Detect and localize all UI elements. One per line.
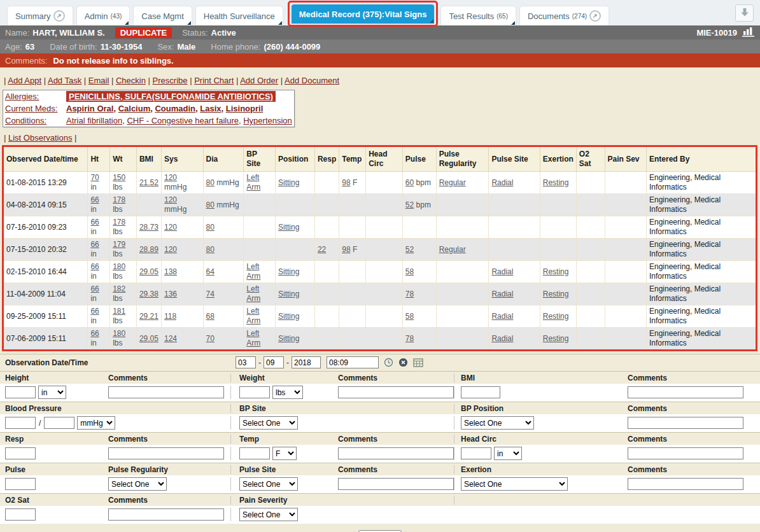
observation-value-link[interactable]: 80 bbox=[206, 245, 215, 254]
observation-value-link[interactable]: 66 bbox=[90, 307, 99, 316]
bp-comments-input[interactable] bbox=[628, 417, 743, 429]
observation-value-link[interactable]: Radial bbox=[491, 178, 513, 187]
observation-value-link[interactable]: 180 bbox=[113, 329, 125, 338]
tab-medical-record-375-vital-signs[interactable]: Medical Record (375):Vital Signs bbox=[292, 4, 435, 24]
popout-arrow-icon[interactable] bbox=[53, 10, 65, 22]
observation-value-link[interactable]: Radial bbox=[491, 290, 513, 298]
page-down-button[interactable] bbox=[735, 4, 754, 22]
duplicate-badge[interactable]: DUPLICATE bbox=[115, 27, 172, 38]
pulse-site-select[interactable]: Select One bbox=[239, 477, 298, 491]
resp-comments-input[interactable] bbox=[108, 447, 224, 459]
observation-value-link[interactable]: Resting bbox=[543, 334, 569, 343]
condition-link-chf-congestive-heart-failure[interactable]: CHF - Congestive heart failure bbox=[127, 116, 239, 125]
observation-value-link[interactable]: 68 bbox=[206, 312, 215, 321]
observation-value-link[interactable]: 64 bbox=[206, 267, 215, 276]
exertion-comments-input[interactable] bbox=[628, 478, 743, 490]
observation-value-link[interactable]: 98 bbox=[342, 178, 350, 187]
obs-year-input[interactable] bbox=[292, 356, 321, 368]
tab-admin[interactable]: Admin(43) bbox=[77, 6, 130, 25]
calendar-icon[interactable] bbox=[413, 358, 423, 367]
observation-value-link[interactable]: 80 bbox=[206, 178, 215, 187]
tab-health-surveillance[interactable]: Health Surveillance bbox=[196, 6, 283, 25]
observation-value-link[interactable]: 120 bbox=[164, 195, 177, 204]
observation-value-link[interactable]: 29.05 bbox=[139, 267, 158, 276]
action-link-print-chart[interactable]: Print Chart bbox=[194, 76, 234, 85]
head-circ-input[interactable] bbox=[461, 447, 491, 459]
allergies-value-link[interactable]: PENICILLINS, SULFA(SULFONAMIDE ANTIBIOTI… bbox=[66, 91, 276, 102]
observation-value-link[interactable]: 124 bbox=[164, 334, 177, 343]
observation-value-link[interactable]: 180 bbox=[113, 262, 125, 271]
conditions-label-link[interactable]: Conditions: bbox=[5, 115, 66, 126]
tab-case-mgmt[interactable]: Case Mgmt bbox=[134, 6, 191, 25]
tab-summary[interactable]: Summary bbox=[8, 6, 73, 25]
obs-day-input[interactable] bbox=[264, 356, 284, 368]
tab-test-results[interactable]: Test Results(65) bbox=[441, 6, 516, 25]
observation-value-link[interactable]: 66 bbox=[90, 195, 99, 204]
observation-value-link[interactable]: Left Arm bbox=[246, 173, 260, 192]
action-link-add-document[interactable]: Add Document bbox=[285, 76, 339, 85]
head-circ-comments-input[interactable] bbox=[628, 447, 743, 459]
observation-value-link[interactable]: 150 bbox=[113, 173, 125, 182]
height-comments-input[interactable] bbox=[108, 386, 224, 398]
head-circ-unit-select[interactable]: in bbox=[494, 447, 522, 460]
observation-value-link[interactable]: 29.05 bbox=[139, 334, 158, 343]
action-link-add-order[interactable]: Add Order bbox=[240, 76, 278, 85]
bp-systolic-input[interactable] bbox=[5, 417, 36, 429]
observation-value-link[interactable]: 52 bbox=[405, 245, 414, 254]
observation-value-link[interactable]: 28.73 bbox=[139, 223, 158, 232]
current-meds-label-link[interactable]: Current Meds: bbox=[5, 103, 66, 114]
observation-value-link[interactable]: 28.89 bbox=[139, 245, 158, 254]
bmi-comments-input[interactable] bbox=[628, 386, 743, 398]
flowsheet-chart-icon[interactable] bbox=[742, 26, 755, 39]
observation-value-link[interactable]: Sitting bbox=[278, 290, 299, 298]
observation-value-link[interactable]: 80 bbox=[206, 223, 215, 232]
observation-value-link[interactable]: 66 bbox=[90, 240, 99, 249]
observation-value-link[interactable]: Sitting bbox=[278, 223, 299, 232]
allergies-label-link[interactable]: Allergies: bbox=[5, 91, 66, 102]
bp-position-select[interactable]: Select One bbox=[461, 416, 534, 430]
temp-unit-select[interactable]: F bbox=[272, 447, 297, 460]
observation-value-link[interactable]: Left Arm bbox=[246, 307, 260, 325]
observation-value-link[interactable]: 66 bbox=[90, 329, 99, 338]
observation-value-link[interactable]: 70 bbox=[206, 334, 215, 343]
temp-comments-input[interactable] bbox=[338, 447, 454, 459]
bp-site-select[interactable]: Select One bbox=[239, 416, 298, 430]
med-link-coumadin[interactable]: Coumadin bbox=[155, 104, 195, 113]
action-link-add-appt[interactable]: Add Appt bbox=[8, 76, 41, 85]
observation-value-link[interactable]: 60 bbox=[405, 178, 414, 187]
observation-value-link[interactable]: 78 bbox=[405, 290, 414, 298]
observation-value-link[interactable]: 66 bbox=[90, 262, 99, 271]
observation-value-link[interactable]: 80 bbox=[206, 200, 215, 209]
observation-value-link[interactable]: Resting bbox=[543, 267, 569, 276]
observation-value-link[interactable]: Resting bbox=[543, 312, 569, 321]
observation-value-link[interactable]: 70 bbox=[90, 173, 99, 182]
popout-arrow-icon[interactable] bbox=[589, 10, 601, 22]
observation-value-link[interactable]: 21.52 bbox=[139, 178, 158, 187]
exertion-select[interactable]: Select One bbox=[461, 477, 568, 491]
observation-value-link[interactable]: 181 bbox=[113, 307, 125, 316]
pulse-comments-input[interactable] bbox=[338, 478, 454, 490]
observation-value-link[interactable]: 22 bbox=[318, 245, 326, 254]
list-observations-link[interactable]: List Observations bbox=[8, 133, 72, 143]
med-link-lisinopril[interactable]: Lisinopril bbox=[226, 104, 264, 113]
observation-value-link[interactable]: 29.38 bbox=[139, 290, 158, 298]
observation-value-link[interactable]: Resting bbox=[543, 290, 569, 298]
time-clock-icon[interactable] bbox=[384, 358, 393, 367]
observation-value-link[interactable]: Sitting bbox=[278, 312, 299, 321]
bp-diastolic-input[interactable] bbox=[44, 417, 74, 429]
med-link-calcium[interactable]: Calcium bbox=[118, 104, 151, 113]
action-link-email[interactable]: Email bbox=[88, 76, 109, 85]
observation-value-link[interactable]: 178 bbox=[113, 218, 125, 227]
observation-value-link[interactable]: Radial bbox=[491, 267, 513, 276]
observation-value-link[interactable]: Sitting bbox=[278, 267, 299, 276]
observation-value-link[interactable]: Sitting bbox=[278, 334, 299, 343]
observation-value-link[interactable]: 138 bbox=[164, 267, 177, 276]
med-link-lasix[interactable]: Lasix bbox=[200, 104, 221, 113]
pulse-input[interactable] bbox=[5, 478, 36, 490]
o2-comments-input[interactable] bbox=[108, 508, 224, 521]
observation-value-link[interactable]: Left Arm bbox=[246, 329, 260, 347]
observation-value-link[interactable]: 66 bbox=[90, 284, 99, 293]
observation-value-link[interactable]: Regular bbox=[439, 245, 466, 254]
observation-value-link[interactable]: Left Arm bbox=[246, 284, 260, 303]
observation-value-link[interactable]: Radial bbox=[491, 334, 513, 343]
